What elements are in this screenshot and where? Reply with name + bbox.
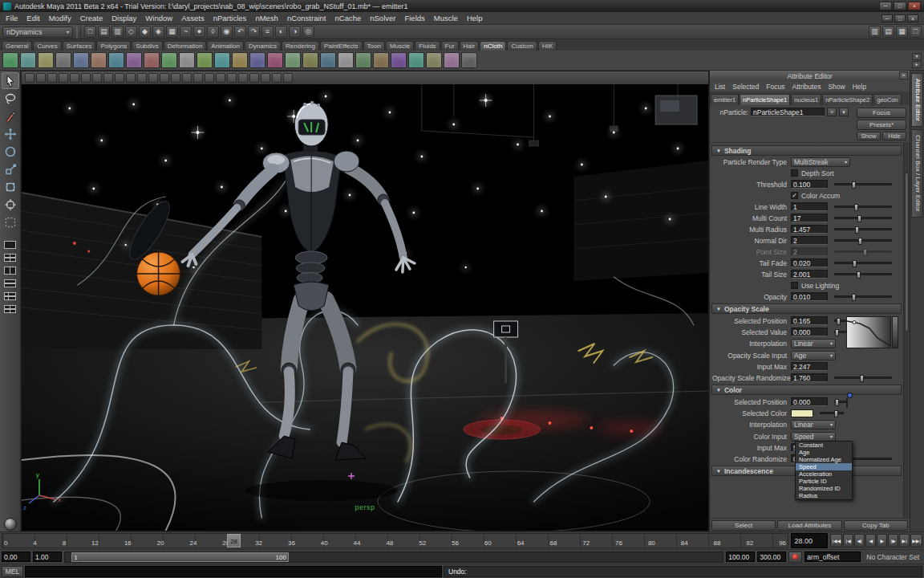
dropdown-item[interactable]: Radius xyxy=(796,492,852,499)
focus-button[interactable]: Focus xyxy=(857,108,906,118)
step-back-frame-button[interactable]: |◀ xyxy=(843,534,853,547)
selected-color-swatch[interactable] xyxy=(791,409,813,417)
layout-four-pane-button[interactable] xyxy=(2,251,19,263)
snap-point-icon[interactable]: ● xyxy=(193,26,205,38)
os-randomize-slider[interactable] xyxy=(834,377,892,379)
ae-menu-item[interactable]: List xyxy=(715,83,725,91)
show-attribute-editor-icon[interactable]: ▥ xyxy=(869,26,881,38)
copy-tab-button[interactable]: Copy Tab xyxy=(844,520,908,531)
shelf-icon[interactable] xyxy=(55,52,71,68)
node-tab[interactable]: geoCon xyxy=(873,94,901,105)
menu-item[interactable]: Fields xyxy=(404,14,424,22)
node-tab[interactable]: nParticleShape1 xyxy=(740,94,790,105)
shelf-icon[interactable] xyxy=(108,52,124,68)
undo-icon[interactable]: ↶ xyxy=(234,26,246,38)
step-forward-frame-button[interactable]: ▶| xyxy=(899,534,910,547)
shelf-icon[interactable] xyxy=(179,52,195,68)
shelf-icon[interactable] xyxy=(20,52,36,68)
channel-box-layer-editor-tab[interactable]: Channel Box / Layer Editor xyxy=(911,129,923,218)
viewport-toolbar-icon[interactable] xyxy=(103,73,113,83)
os-selected-position-field[interactable]: 0.165 xyxy=(791,316,828,325)
menu-item[interactable]: nSolver xyxy=(370,14,395,22)
section-header-color[interactable]: ▼Color xyxy=(711,385,902,395)
viewport-toolbar-icon[interactable] xyxy=(36,73,46,83)
viewport-toolbar-icon[interactable] xyxy=(205,73,214,83)
playback-start-field[interactable]: 1.00 xyxy=(33,552,62,562)
shelf-icon[interactable] xyxy=(126,52,142,68)
viewport-toolbar-icon[interactable] xyxy=(283,73,293,83)
line-width-field[interactable]: 1 xyxy=(791,202,828,211)
shelf-tab[interactable]: Toon xyxy=(363,41,385,51)
viewport-toolbar-icon[interactable] xyxy=(182,73,192,83)
universal-manipulator-tool-button[interactable] xyxy=(2,178,19,195)
range-slider[interactable]: 1 100 xyxy=(64,552,723,563)
shelf-icon[interactable] xyxy=(144,52,160,68)
particle-render-type-select[interactable]: MultiStreak▾ xyxy=(791,157,850,167)
rotate-tool-button[interactable] xyxy=(2,143,19,160)
play-forwards-button[interactable]: ▶ xyxy=(877,534,887,547)
child-close-button[interactable]: × xyxy=(907,14,918,22)
redo-icon[interactable]: ↷ xyxy=(248,26,260,38)
menu-item[interactable]: Display xyxy=(111,14,136,22)
normal-dir-field[interactable]: 2 xyxy=(791,236,828,245)
shelf-icon[interactable] xyxy=(338,52,354,68)
menu-item[interactable]: Modify xyxy=(49,14,71,22)
viewport-toolbar-icon[interactable] xyxy=(261,73,270,83)
dropdown-item[interactable]: Speed xyxy=(796,463,852,470)
os-selected-position-slider[interactable] xyxy=(834,320,846,322)
construction-history-icon[interactable]: ≡ xyxy=(261,26,274,38)
multi-count-field[interactable]: 17 xyxy=(791,214,828,222)
viewport-toolbar-icon[interactable] xyxy=(137,73,147,83)
current-frame-marker[interactable]: 28 xyxy=(227,534,241,547)
menu-item[interactable]: Create xyxy=(80,14,103,22)
current-time-field[interactable]: 28.00 xyxy=(791,533,828,548)
viewport-toolbar-icon[interactable] xyxy=(25,73,34,83)
shelf-menu-icon[interactable]: ▾ xyxy=(912,53,922,60)
color-input-select[interactable]: Speed▾ xyxy=(791,432,836,442)
shelf-tab[interactable]: PaintEffects xyxy=(320,41,363,51)
hide-button[interactable]: Hide xyxy=(882,132,906,140)
dropdown-item[interactable]: Particle ID xyxy=(796,478,852,485)
shelf-icon[interactable] xyxy=(320,52,336,68)
ae-menu-item[interactable]: Selected xyxy=(732,83,759,91)
list-history-icon[interactable]: ≡ xyxy=(827,108,837,116)
node-tab[interactable]: emitter1 xyxy=(711,94,739,105)
tail-fade-slider[interactable] xyxy=(834,262,892,264)
new-scene-icon[interactable]: □ xyxy=(84,26,96,38)
shelf-icon[interactable] xyxy=(249,52,265,68)
viewport-toolbar-icon[interactable] xyxy=(126,73,136,83)
menu-item[interactable]: Window xyxy=(145,14,172,22)
character-set-label[interactable]: No Character Set xyxy=(863,553,922,561)
shelf-tab[interactable]: Polygons xyxy=(96,41,131,51)
go-to-end-button[interactable]: ▶▶| xyxy=(910,534,922,547)
status-divider[interactable] xyxy=(76,26,81,38)
shelf-icon[interactable] xyxy=(373,52,389,68)
shelf-tab[interactable]: Subdivs xyxy=(132,41,162,51)
menu-item[interactable]: Help xyxy=(467,14,483,22)
dropdown-item[interactable]: Normalized Age xyxy=(796,456,852,463)
multi-radius-slider[interactable] xyxy=(834,228,892,230)
color-interpolation-select[interactable]: Linear▾ xyxy=(791,420,836,429)
section-header-opacity-scale[interactable]: ▼Opacity Scale xyxy=(711,303,902,314)
dropdown-item[interactable]: Randomized ID xyxy=(796,485,852,492)
viewport-toolbar-icon[interactable] xyxy=(92,73,102,83)
snap-plane-icon[interactable]: ◊ xyxy=(207,26,219,38)
maximize-button[interactable]: □ xyxy=(894,2,906,10)
step-back-key-button[interactable]: ◀| xyxy=(854,534,865,547)
viewport-toolbar-icon[interactable] xyxy=(249,73,259,83)
shelf-icon[interactable] xyxy=(73,52,89,68)
shelf-icon[interactable] xyxy=(444,52,460,68)
menu-item[interactable]: nConstraint xyxy=(287,14,326,22)
shelf-tab[interactable]: nCloth xyxy=(480,41,506,51)
opacity-slider[interactable] xyxy=(834,295,892,298)
shelf-tab[interactable]: Fur xyxy=(441,41,459,51)
shelf-icon[interactable] xyxy=(391,52,407,68)
close-icon[interactable]: × xyxy=(899,71,908,79)
shelf-tab[interactable]: Animation xyxy=(207,41,244,51)
make-live-icon[interactable]: ◉ xyxy=(221,26,233,38)
shelf-icon[interactable] xyxy=(197,52,213,68)
layout-two-pane-stacked-button[interactable] xyxy=(2,277,19,289)
play-backwards-button[interactable]: ◀ xyxy=(865,534,876,547)
dropdown-item[interactable]: Age xyxy=(796,449,852,456)
opacity-scale-input-select[interactable]: Age▾ xyxy=(791,351,836,360)
